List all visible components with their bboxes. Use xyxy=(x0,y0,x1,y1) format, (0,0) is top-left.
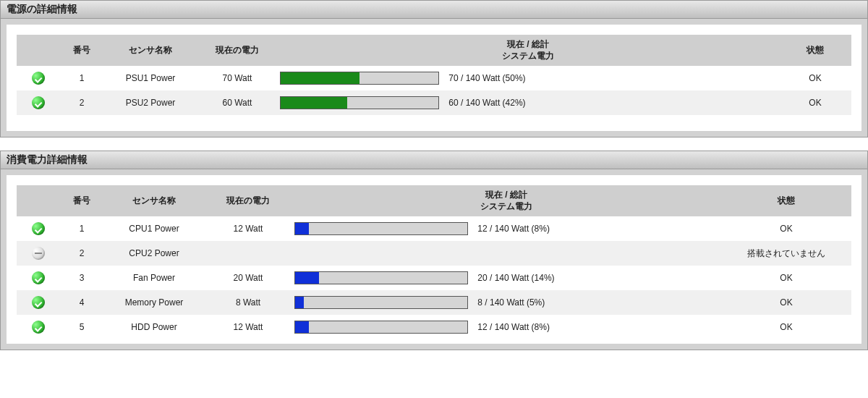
col-num: 番号 xyxy=(60,35,103,66)
col-icon xyxy=(17,185,60,216)
cell-sensor: Memory Power xyxy=(103,290,205,315)
progress-bar xyxy=(280,72,439,85)
cell-status: OK xyxy=(721,216,851,241)
cell-system-power: 20 / 140 Watt (14%) xyxy=(292,266,721,290)
cell-system-power xyxy=(292,241,721,266)
cell-sensor: CPU1 Power xyxy=(103,216,205,241)
cell-sensor: PSU2 Power xyxy=(103,90,197,115)
consumption-panel-title: 消費電力詳細情報 xyxy=(1,151,867,169)
progress-bar-label: 20 / 140 Watt (14%) xyxy=(477,273,554,283)
table-row: 5 HDD Power 12 Watt 12 / 140 Watt (8%) O… xyxy=(17,315,851,339)
progress-bar-fill xyxy=(281,72,359,84)
consumption-table: 番号 センサ名称 現在の電力 現在 / 総計 システム電力 状態 1 CPU1 … xyxy=(17,185,851,339)
col-current: 現在の電力 xyxy=(197,35,277,66)
table-header-row: 番号 センサ名称 現在の電力 現在 / 総計 システム電力 状態 xyxy=(17,35,851,66)
cell-current: 60 Watt xyxy=(197,90,277,115)
cell-current xyxy=(205,241,292,266)
table-row: 4 Memory Power 8 Watt 8 / 140 Watt (5%) … xyxy=(17,290,851,315)
consumption-panel-body: 番号 センサ名称 現在の電力 現在 / 総計 システム電力 状態 1 CPU1 … xyxy=(7,175,861,344)
col-system-line1: 現在 / 総計 xyxy=(507,39,549,49)
progress-bar-fill xyxy=(295,321,309,333)
cell-system-power: 70 / 140 Watt (50%) xyxy=(277,66,779,90)
col-sensor: センサ名称 xyxy=(103,185,205,216)
cell-current: 70 Watt xyxy=(197,66,277,90)
cell-sensor: CPU2 Power xyxy=(103,241,205,266)
col-num: 番号 xyxy=(60,185,103,216)
progress-bar xyxy=(294,271,468,284)
progress-bar-label: 70 / 140 Watt (50%) xyxy=(448,73,525,83)
progress-bar-label: 12 / 140 Watt (8%) xyxy=(477,322,550,332)
cell-status: OK xyxy=(721,266,851,290)
table-row: 2 PSU2 Power 60 Watt 60 / 140 Watt (42%)… xyxy=(17,90,851,115)
power-supply-table: 番号 センサ名称 現在の電力 現在 / 総計 システム電力 状態 1 PSU1 … xyxy=(17,35,851,115)
cell-sensor: Fan Power xyxy=(103,266,205,290)
col-system-line2: システム電力 xyxy=(502,51,554,61)
cell-current: 12 Watt xyxy=(205,216,292,241)
status-ok-icon xyxy=(32,296,45,309)
status-ok-icon xyxy=(32,96,45,109)
cell-status: OK xyxy=(779,90,851,115)
cell-sensor: PSU1 Power xyxy=(103,66,197,90)
cell-status: OK xyxy=(721,290,851,315)
cell-num: 3 xyxy=(60,266,103,290)
col-system: 現在 / 総計 システム電力 xyxy=(277,35,779,66)
cell-current: 12 Watt xyxy=(205,315,292,339)
cell-num: 2 xyxy=(60,90,103,115)
cell-system-power: 12 / 140 Watt (8%) xyxy=(292,216,721,241)
cell-num: 1 xyxy=(60,216,103,241)
cell-system-power: 60 / 140 Watt (42%) xyxy=(277,90,779,115)
progress-bar-label: 60 / 140 Watt (42%) xyxy=(448,98,525,108)
table-row: 1 CPU1 Power 12 Watt 12 / 140 Watt (8%) … xyxy=(17,216,851,241)
progress-bar xyxy=(294,222,468,235)
power-supply-panel-body: 番号 センサ名称 現在の電力 現在 / 総計 システム電力 状態 1 PSU1 … xyxy=(7,25,861,131)
progress-bar-label: 8 / 140 Watt (5%) xyxy=(477,297,545,308)
cell-num: 5 xyxy=(60,315,103,339)
col-system: 現在 / 総計 システム電力 xyxy=(292,185,721,216)
table-row: 2 CPU2 Power 搭載されていません xyxy=(17,241,851,266)
status-ok-icon xyxy=(32,321,45,334)
cell-num: 1 xyxy=(60,66,103,90)
col-status: 状態 xyxy=(721,185,851,216)
progress-bar-fill xyxy=(281,97,347,109)
col-status: 状態 xyxy=(779,35,851,66)
cell-system-power: 8 / 140 Watt (5%) xyxy=(292,290,721,315)
progress-bar-label: 12 / 140 Watt (8%) xyxy=(477,224,550,234)
col-current: 現在の電力 xyxy=(205,185,292,216)
status-ok-icon xyxy=(32,72,45,85)
power-supply-panel: 電源の詳細情報 番号 センサ名称 現在の電力 現在 / 総計 システム電力 状態 xyxy=(0,0,868,137)
status-ok-icon xyxy=(32,222,45,235)
power-supply-panel-title: 電源の詳細情報 xyxy=(1,1,867,19)
cell-status: OK xyxy=(721,315,851,339)
progress-bar xyxy=(280,96,439,109)
cell-current: 20 Watt xyxy=(205,266,292,290)
cell-num: 4 xyxy=(60,290,103,315)
cell-status: 搭載されていません xyxy=(721,241,851,266)
cell-status: OK xyxy=(779,66,851,90)
table-row: 3 Fan Power 20 Watt 20 / 140 Watt (14%) … xyxy=(17,266,851,290)
progress-bar-fill xyxy=(295,297,304,308)
cell-current: 8 Watt xyxy=(205,290,292,315)
status-none-icon xyxy=(32,247,45,260)
table-header-row: 番号 センサ名称 現在の電力 現在 / 総計 システム電力 状態 xyxy=(17,185,851,216)
progress-bar xyxy=(294,321,468,334)
consumption-panel: 消費電力詳細情報 番号 センサ名称 現在の電力 現在 / 総計 システム電力 状… xyxy=(0,151,868,350)
cell-system-power: 12 / 140 Watt (8%) xyxy=(292,315,721,339)
progress-bar xyxy=(294,296,468,309)
col-system-line1: 現在 / 総計 xyxy=(485,190,527,200)
table-row: 1 PSU1 Power 70 Watt 70 / 140 Watt (50%)… xyxy=(17,66,851,90)
cell-num: 2 xyxy=(60,241,103,266)
col-system-line2: システム電力 xyxy=(480,201,532,211)
col-sensor: センサ名称 xyxy=(103,35,197,66)
cell-sensor: HDD Power xyxy=(103,315,205,339)
col-icon xyxy=(17,35,60,66)
progress-bar-fill xyxy=(295,272,319,284)
progress-bar-fill xyxy=(295,223,309,234)
status-ok-icon xyxy=(32,271,45,284)
